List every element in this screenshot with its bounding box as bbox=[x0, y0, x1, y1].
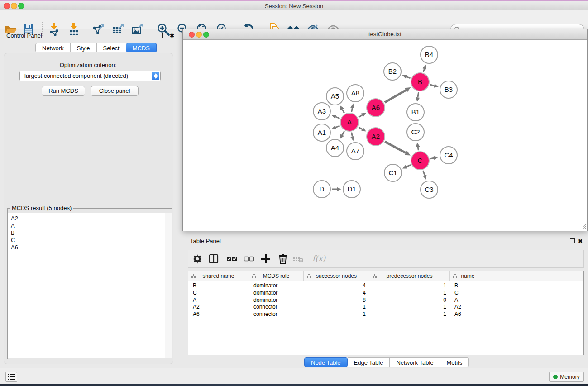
table-panel-close-button[interactable]: ✖ bbox=[578, 238, 583, 244]
cell-name[interactable]: A bbox=[450, 296, 486, 304]
control-panel-close-button[interactable]: ✖ bbox=[170, 33, 174, 38]
graph-node-A4[interactable]: A4 bbox=[326, 139, 344, 157]
graph-node-C4[interactable]: C4 bbox=[440, 147, 457, 164]
memory-button[interactable]: Memory bbox=[549, 372, 584, 382]
graph-node-C2[interactable]: C2 bbox=[407, 124, 424, 141]
tab-network[interactable]: Network bbox=[35, 43, 71, 52]
graph-edge-A-A6[interactable] bbox=[359, 113, 366, 117]
select-all-icon[interactable] bbox=[226, 253, 237, 264]
graph-node-A6[interactable]: A6 bbox=[367, 99, 385, 117]
cell-successor-nodes[interactable]: 8 bbox=[304, 296, 369, 304]
import-table-icon[interactable] bbox=[67, 23, 81, 36]
cell-mcds-role[interactable]: dominator bbox=[249, 296, 304, 304]
gear-icon[interactable] bbox=[192, 253, 203, 264]
mcds-result-item[interactable]: B bbox=[11, 229, 165, 237]
table-row[interactable]: A6connector11A6 bbox=[188, 310, 583, 318]
graph-node-A8[interactable]: A8 bbox=[347, 85, 364, 102]
graph-node-B[interactable]: B bbox=[411, 73, 429, 91]
graph-edge-C-C1[interactable] bbox=[402, 165, 411, 168]
close-panel-button[interactable]: Close panel bbox=[91, 86, 139, 96]
export-table-icon[interactable] bbox=[111, 23, 125, 36]
column-header-predecessor-nodes[interactable]: predecessor nodes bbox=[369, 271, 450, 281]
cell-name[interactable]: A6 bbox=[450, 310, 486, 318]
graph-edge-A-A4[interactable] bbox=[340, 131, 344, 139]
mcds-result-scrollbar[interactable] bbox=[165, 213, 172, 358]
import-network-icon[interactable] bbox=[48, 23, 61, 36]
export-network-icon[interactable] bbox=[92, 23, 105, 36]
graph-edge-A-A7[interactable] bbox=[350, 133, 354, 141]
graph-node-C1[interactable]: C1 bbox=[384, 164, 402, 181]
export-image-icon[interactable] bbox=[131, 23, 144, 36]
graph-node-D1[interactable]: D1 bbox=[343, 181, 360, 198]
table-row[interactable]: Cdominator41C bbox=[188, 289, 583, 296]
control-panel-float-button[interactable] bbox=[162, 33, 167, 38]
graph-node-A5[interactable]: A5 bbox=[326, 88, 344, 105]
mcds-result-list[interactable]: A2ABCA6 bbox=[8, 213, 165, 358]
graph-node-C[interactable]: C bbox=[411, 152, 429, 170]
graph-edge-B-B1[interactable] bbox=[416, 92, 420, 102]
graph-node-A1[interactable]: A1 bbox=[313, 124, 330, 141]
resize-grip-icon[interactable] bbox=[580, 224, 586, 230]
cell-mcds-role[interactable]: connector bbox=[249, 303, 304, 310]
tab-style[interactable]: Style bbox=[71, 43, 97, 52]
graph-edge-A-A5[interactable] bbox=[340, 105, 344, 113]
panel-splitter[interactable] bbox=[181, 29, 181, 368]
graph-edge-C-C2[interactable] bbox=[416, 143, 420, 151]
cell-mcds-role[interactable]: dominator bbox=[249, 289, 304, 296]
cell-name[interactable]: A2 bbox=[450, 303, 486, 310]
cell-mcds-role[interactable]: connector bbox=[249, 310, 304, 318]
app-titlebar[interactable]: Session: New Session bbox=[0, 1, 588, 10]
mcds-result-item[interactable]: A bbox=[11, 222, 165, 229]
graph-edge-A-A1[interactable] bbox=[332, 125, 340, 129]
cell-successor-nodes[interactable]: 4 bbox=[304, 282, 369, 289]
column-header-successor-nodes[interactable]: successor nodes bbox=[304, 271, 369, 281]
graph-node-B3[interactable]: B3 bbox=[440, 81, 457, 98]
table-panel-float-button[interactable] bbox=[570, 238, 575, 243]
cell-shared-name[interactable]: A bbox=[188, 296, 249, 304]
cell-predecessor-nodes[interactable]: 0 bbox=[369, 296, 450, 304]
graph-node-B2[interactable]: B2 bbox=[384, 63, 401, 80]
graph-node-A7[interactable]: A7 bbox=[347, 143, 364, 160]
mcds-result-item[interactable]: A2 bbox=[11, 215, 165, 222]
graph-edge-A6-B[interactable] bbox=[385, 87, 411, 102]
graph-node-A3[interactable]: A3 bbox=[313, 103, 330, 120]
cell-predecessor-nodes[interactable]: 1 bbox=[369, 282, 450, 289]
cell-predecessor-nodes[interactable]: 1 bbox=[369, 303, 450, 310]
cell-name[interactable]: C bbox=[450, 289, 486, 296]
cell-successor-nodes[interactable]: 1 bbox=[304, 310, 369, 318]
cell-successor-nodes[interactable]: 4 bbox=[304, 289, 369, 296]
tab-node-table[interactable]: Node Table bbox=[304, 357, 348, 367]
graph-node-B4[interactable]: B4 bbox=[421, 46, 438, 63]
tab-network-table[interactable]: Network Table bbox=[390, 357, 440, 367]
cell-shared-name[interactable]: A6 bbox=[188, 310, 249, 318]
graph-edge-A2-C[interactable] bbox=[385, 142, 411, 156]
columns-icon[interactable] bbox=[208, 253, 219, 264]
tab-motifs[interactable]: Motifs bbox=[440, 357, 469, 367]
graph-node-B1[interactable]: B1 bbox=[407, 104, 424, 121]
column-header-shared-name[interactable]: shared name bbox=[188, 271, 249, 281]
column-header-name[interactable]: name bbox=[450, 271, 486, 281]
graph-node-C3[interactable]: C3 bbox=[421, 181, 438, 198]
cell-predecessor-nodes[interactable]: 1 bbox=[369, 289, 450, 296]
optimization-criterion-select[interactable]: largest connected component (directed) bbox=[19, 71, 161, 81]
cell-shared-name[interactable]: A2 bbox=[188, 303, 249, 310]
cell-shared-name[interactable]: C bbox=[188, 289, 249, 296]
cell-shared-name[interactable]: B bbox=[188, 282, 249, 289]
graph-edge-B-B2[interactable] bbox=[402, 75, 411, 78]
add-column-icon[interactable] bbox=[260, 253, 271, 264]
column-header-mcds-role[interactable]: MCDS role bbox=[249, 271, 304, 281]
cell-mcds-role[interactable]: dominator bbox=[249, 282, 304, 289]
graph-edge-C-C3[interactable] bbox=[423, 171, 427, 180]
table-row[interactable]: A2connector11A2 bbox=[188, 303, 583, 310]
tab-edge-table[interactable]: Edge Table bbox=[348, 357, 390, 367]
graph-node-D[interactable]: D bbox=[313, 181, 330, 198]
graph-edge-C-C4[interactable] bbox=[430, 156, 439, 160]
table-row[interactable]: Adominator80A bbox=[188, 296, 583, 304]
task-history-button[interactable] bbox=[5, 372, 17, 382]
delete-table-icon[interactable] bbox=[293, 253, 304, 264]
tab-select[interactable]: Select bbox=[97, 43, 126, 52]
tab-mcds[interactable]: MCDS bbox=[126, 43, 157, 52]
graph-edge-B-B4[interactable] bbox=[422, 65, 426, 72]
graph-node-A[interactable]: A bbox=[340, 113, 359, 131]
network-window-titlebar[interactable]: testGlobe.txt bbox=[183, 29, 587, 40]
